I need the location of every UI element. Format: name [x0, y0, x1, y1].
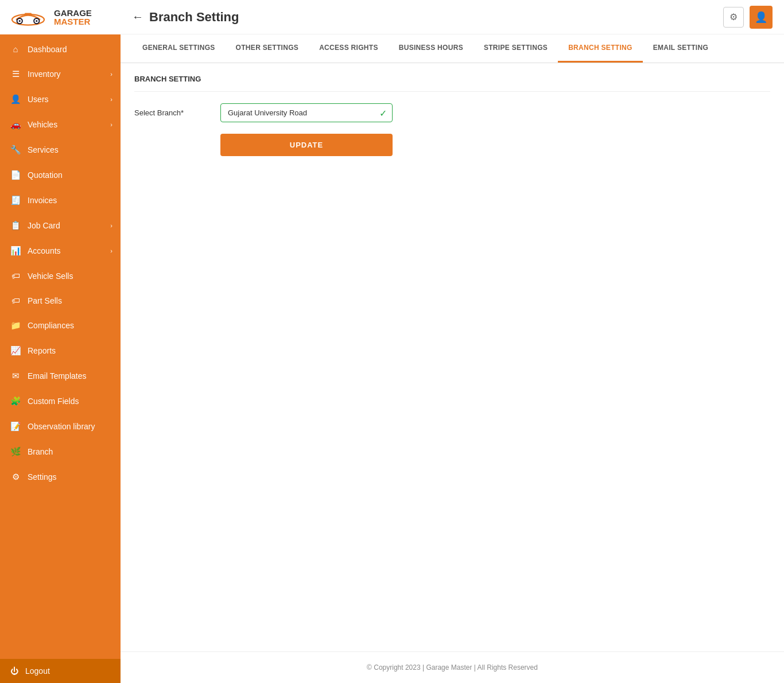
logo: GARAGE MASTER	[0, 0, 121, 34]
sidebar-item-custom-fields[interactable]: 🧩 Custom Fields	[0, 389, 121, 414]
sidebar-item-quotation[interactable]: 📄 Quotation	[0, 162, 121, 188]
sidebar-item-label: Branch	[28, 447, 53, 456]
main-content: ← Branch Setting ⚙ 👤 GENERAL SETTINGS OT…	[121, 0, 784, 683]
tab-email-setting[interactable]: EMAIL SETTING	[643, 34, 719, 63]
footer: © Copyright 2023 | Garage Master | All R…	[121, 651, 784, 683]
sidebar-item-label: Reports	[28, 346, 56, 355]
sidebar-item-label: Services	[28, 145, 59, 154]
users-icon: 👤	[10, 94, 21, 104]
sidebar-item-users[interactable]: 👤 Users ›	[0, 87, 121, 112]
settings-icon: ⚙	[10, 472, 21, 482]
part-sells-icon: 🏷	[10, 296, 21, 305]
sidebar-item-label: Part Sells	[28, 296, 62, 305]
logout-icon: ⏻	[10, 666, 18, 676]
gear-icon: ⚙	[729, 11, 738, 22]
branch-select[interactable]: Gujarat University Road Branch 2 Branch …	[220, 103, 393, 122]
dashboard-icon: ⌂	[10, 44, 21, 54]
svg-point-4	[36, 20, 37, 22]
logo-garage: GARAGE	[54, 9, 92, 17]
sidebar-item-label: Accounts	[28, 246, 61, 255]
page-title-group: ← Branch Setting	[132, 10, 239, 25]
custom-fields-icon: 🧩	[10, 396, 21, 406]
sidebar-item-label: Inventory	[28, 69, 61, 79]
footer-text: © Copyright 2023 | Garage Master | All R…	[367, 663, 538, 672]
tab-access-rights[interactable]: ACCESS RIGHTS	[309, 34, 389, 63]
tab-other-settings[interactable]: OTHER SETTINGS	[226, 34, 309, 63]
chevron-right-icon: ›	[110, 222, 112, 229]
sidebar-item-label: Vehicle Sells	[28, 271, 73, 281]
inventory-icon: ☰	[10, 69, 21, 79]
sidebar-item-accounts[interactable]: 📊 Accounts ›	[0, 238, 121, 263]
chevron-right-icon: ›	[110, 121, 112, 128]
sidebar-item-dashboard[interactable]: ⌂ Dashboard	[0, 37, 121, 61]
content-area: BRANCH SETTING Select Branch* Gujarat Un…	[121, 63, 784, 651]
logout-button[interactable]: ⏻ Logout	[0, 659, 121, 683]
vehicles-icon: 🚗	[10, 119, 21, 130]
page-title: Branch Setting	[149, 10, 239, 25]
logout-label: Logout	[25, 666, 50, 676]
quotation-icon: 📄	[10, 170, 21, 180]
settings-gear-button[interactable]: ⚙	[723, 7, 744, 28]
sidebar-item-invoices[interactable]: 🧾 Invoices	[0, 188, 121, 213]
chevron-right-icon: ›	[110, 71, 112, 77]
jobcard-icon: 📋	[10, 220, 21, 231]
sidebar-item-label: Email Templates	[28, 371, 86, 381]
tab-general-settings[interactable]: GENERAL SETTINGS	[132, 34, 226, 63]
sidebar-nav: ⌂ Dashboard ☰ Inventory › 👤 Users › 🚗 Ve…	[0, 34, 121, 659]
chevron-right-icon: ›	[110, 247, 112, 254]
sidebar-item-email-templates[interactable]: ✉ Email Templates	[0, 363, 121, 389]
sidebar: GARAGE MASTER ⌂ Dashboard ☰ Inventory › …	[0, 0, 121, 683]
invoices-icon: 🧾	[10, 195, 21, 205]
sidebar-item-branch[interactable]: 🌿 Branch	[0, 439, 121, 464]
sidebar-item-part-sells[interactable]: 🏷 Part Sells	[0, 288, 121, 313]
back-button[interactable]: ←	[132, 10, 143, 24]
branch-icon: 🌿	[10, 447, 21, 457]
select-branch-label: Select Branch*	[134, 108, 209, 117]
sidebar-item-label: Compliances	[28, 321, 74, 330]
sidebar-item-label: Job Card	[28, 221, 60, 230]
update-button[interactable]: UPDATE	[220, 134, 393, 156]
tab-stripe-settings[interactable]: STRIPE SETTINGS	[473, 34, 558, 63]
sidebar-item-label: Invoices	[28, 196, 57, 205]
vehicle-sells-icon: 🏷	[10, 271, 21, 281]
tab-branch-setting[interactable]: BRANCH SETTING	[558, 34, 643, 63]
reports-icon: 📈	[10, 346, 21, 356]
sidebar-item-label: Users	[28, 95, 49, 104]
sidebar-item-services[interactable]: 🔧 Services	[0, 137, 121, 162]
sidebar-item-label: Dashboard	[28, 45, 67, 54]
sidebar-item-compliances[interactable]: 📁 Compliances	[0, 313, 121, 338]
select-wrapper: Gujarat University Road Branch 2 Branch …	[220, 103, 393, 122]
sidebar-item-vehicles[interactable]: 🚗 Vehicles ›	[0, 112, 121, 137]
sidebar-item-jobcard[interactable]: 📋 Job Card ›	[0, 213, 121, 238]
sidebar-item-inventory[interactable]: ☰ Inventory ›	[0, 61, 121, 87]
services-icon: 🔧	[10, 145, 21, 155]
sidebar-item-label: Observation library	[28, 422, 95, 431]
accounts-icon: 📊	[10, 246, 21, 256]
topbar: ← Branch Setting ⚙ 👤	[121, 0, 784, 34]
user-avatar-button[interactable]: 👤	[750, 6, 773, 29]
tabs-bar: GENERAL SETTINGS OTHER SETTINGS ACCESS R…	[121, 34, 784, 63]
sidebar-item-settings[interactable]: ⚙ Settings	[0, 464, 121, 490]
sidebar-item-reports[interactable]: 📈 Reports	[0, 338, 121, 363]
compliances-icon: 📁	[10, 320, 21, 331]
sidebar-item-label: Vehicles	[28, 120, 57, 129]
email-templates-icon: ✉	[10, 371, 21, 381]
sidebar-item-label: Settings	[28, 472, 57, 482]
logo-master: MASTER	[54, 17, 92, 26]
sidebar-item-label: Quotation	[28, 170, 63, 180]
sidebar-item-label: Custom Fields	[28, 397, 79, 406]
sidebar-item-observation-library[interactable]: 📝 Observation library	[0, 414, 121, 439]
tab-business-hours[interactable]: BUSINESS HOURS	[389, 34, 473, 63]
topbar-icons: ⚙ 👤	[723, 6, 773, 29]
svg-point-3	[19, 20, 21, 22]
chevron-right-icon: ›	[110, 96, 112, 103]
observation-icon: 📝	[10, 421, 21, 432]
user-icon: 👤	[755, 11, 767, 24]
sidebar-item-vehicle-sells[interactable]: 🏷 Vehicle Sells	[0, 263, 121, 288]
section-title: BRANCH SETTING	[134, 75, 770, 92]
branch-select-row: Select Branch* Gujarat University Road B…	[134, 103, 770, 122]
